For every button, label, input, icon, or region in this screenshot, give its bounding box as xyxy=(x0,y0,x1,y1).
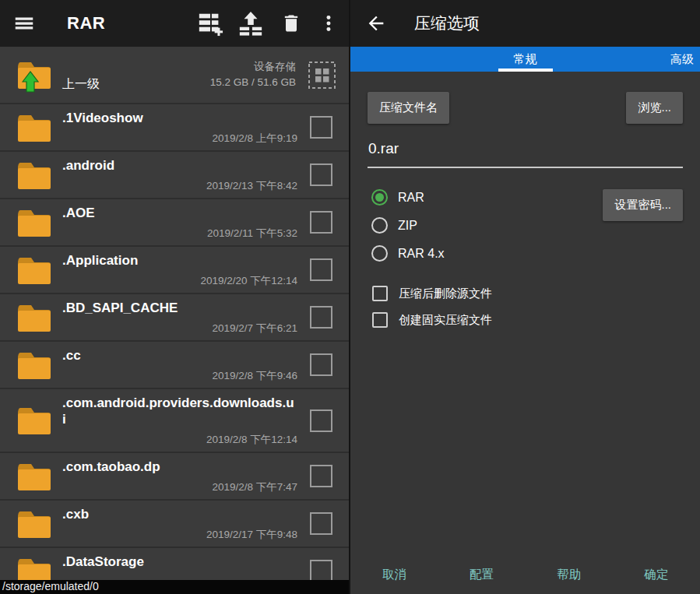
path-bar: /storage/emulated/0 xyxy=(0,580,349,594)
list-item[interactable]: .com.taobao.dp2019/2/8 下午7:47 xyxy=(0,453,349,501)
list-item[interactable]: .1Videoshow2019/2/8 上午9:19 xyxy=(0,104,349,152)
radio-zip-label: ZIP xyxy=(398,219,417,233)
row-checkbox[interactable] xyxy=(310,512,332,535)
list-item-parent[interactable]: 上一级 设备存储 15.2 GB / 51.6 GB xyxy=(0,47,349,104)
parent-folder-up-icon xyxy=(16,59,53,90)
storage-value: 15.2 GB / 51.6 GB xyxy=(210,75,296,90)
folder-icon xyxy=(16,255,53,286)
back-arrow-icon[interactable] xyxy=(358,5,394,41)
file-date: 2019/2/8 上午9:19 xyxy=(62,132,297,146)
help-button[interactable]: 帮助 xyxy=(526,555,613,594)
folder-icon xyxy=(16,302,53,333)
list-item[interactable]: .cxb2019/2/17 下午9:48 xyxy=(0,501,349,548)
select-all-grid-icon[interactable] xyxy=(308,61,336,90)
ok-button[interactable]: 确定 xyxy=(613,555,700,594)
dialog-footer: 取消 配置 帮助 确定 xyxy=(350,555,700,594)
storage-label: 设备存储 xyxy=(210,59,296,75)
radio-zip[interactable]: ZIP xyxy=(368,217,417,234)
file-name: .1Videoshow xyxy=(62,110,297,126)
radio-circle-icon xyxy=(371,245,388,262)
file-date: 2019/2/7 下午6:21 xyxy=(62,322,297,336)
list-item[interactable]: .AOE2019/2/11 下午5:32 xyxy=(0,199,349,247)
file-name: .cxb xyxy=(62,506,297,522)
row-checkbox[interactable] xyxy=(310,560,332,582)
options-group: 压缩后删除源文件 创建固实压缩文件 xyxy=(368,286,683,328)
folder-icon xyxy=(16,207,53,238)
checkbox-delete-source-label: 压缩后删除源文件 xyxy=(399,286,492,301)
tab-advanced[interactable]: 高级 xyxy=(670,47,694,72)
config-button[interactable]: 配置 xyxy=(438,555,525,594)
row-checkbox[interactable] xyxy=(310,211,332,234)
add-archive-icon[interactable] xyxy=(190,5,230,41)
file-date: 2019/2/20 下午12:14 xyxy=(62,274,297,288)
list-item[interactable]: .com.android.providers.downloads.ui2019/… xyxy=(0,389,349,453)
format-group: RAR ZIP RAR 4.x 设置密码... xyxy=(368,189,683,262)
radio-rar4x-label: RAR 4.x xyxy=(398,247,445,261)
file-name: .Application xyxy=(62,252,297,269)
list-item[interactable]: .BD_SAPI_CACHE2019/2/7 下午6:21 xyxy=(0,294,349,342)
file-name: .DataStorage xyxy=(62,554,297,570)
file-date: 2019/2/8 下午12:14 xyxy=(62,433,297,447)
file-list: 上一级 设备存储 15.2 GB / 51.6 GB .1Videoshow20… xyxy=(0,47,349,594)
row-checkbox[interactable] xyxy=(310,409,332,432)
radio-rar[interactable]: RAR xyxy=(368,189,424,206)
browse-button[interactable]: 浏览... xyxy=(626,92,683,124)
folder-icon xyxy=(16,461,53,492)
radio-rar4x[interactable]: RAR 4.x xyxy=(368,245,445,262)
compression-options-dialog: 压缩选项 常规 高级 压缩文件名 浏览... 0.rar RAR xyxy=(350,0,700,594)
checkbox-delete-source[interactable]: 压缩后删除源文件 xyxy=(368,286,492,301)
dialog-toolbar: 压缩选项 xyxy=(350,0,700,47)
tab-advanced-label: 高级 xyxy=(670,52,694,67)
folder-icon xyxy=(16,350,53,381)
file-date: 2019/2/13 下午8:42 xyxy=(62,179,297,193)
toolbar-icons xyxy=(190,5,346,41)
extract-icon[interactable] xyxy=(230,5,271,41)
dialog-title: 压缩选项 xyxy=(414,12,480,34)
file-name: .BD_SAPI_CACHE xyxy=(62,300,297,316)
more-vert-icon[interactable] xyxy=(311,5,346,41)
parent-label: 上一级 xyxy=(62,76,100,93)
row-checkbox[interactable] xyxy=(310,353,332,376)
file-date: 2019/2/11 下午5:32 xyxy=(62,227,297,241)
row-checkbox[interactable] xyxy=(310,258,332,281)
active-tab-underline xyxy=(498,69,553,72)
menu-icon[interactable] xyxy=(6,5,42,41)
file-date: 2019/2/8 下午7:47 xyxy=(62,480,297,494)
dialog-body: 压缩文件名 浏览... 0.rar RAR ZIP RAR 4.x 设置密码..… xyxy=(350,72,700,555)
tab-general-label: 常规 xyxy=(514,52,537,67)
list-item[interactable]: .Application2019/2/20 下午12:14 xyxy=(0,247,349,294)
storage-info: 设备存储 15.2 GB / 51.6 GB xyxy=(210,59,296,91)
file-name: .android xyxy=(62,157,297,174)
folder-icon xyxy=(16,405,53,436)
file-name: .com.taobao.dp xyxy=(62,459,297,475)
cancel-button[interactable]: 取消 xyxy=(350,555,438,594)
row-checkbox[interactable] xyxy=(310,465,332,487)
radio-rar-label: RAR xyxy=(398,191,424,205)
checkbox-icon xyxy=(372,312,388,328)
list-item[interactable]: .cc2019/2/8 下午9:46 xyxy=(0,342,349,389)
folder-icon xyxy=(16,160,53,191)
row-checkbox[interactable] xyxy=(310,306,332,329)
checkbox-solid-archive[interactable]: 创建固实压缩文件 xyxy=(368,312,492,328)
file-date: 2019/2/8 下午9:46 xyxy=(62,369,297,383)
checkbox-solid-archive-label: 创建固实压缩文件 xyxy=(399,313,492,328)
browser-toolbar: RAR xyxy=(0,0,349,47)
checkbox-icon xyxy=(372,286,388,301)
file-browser-pane: RAR xyxy=(0,0,350,594)
set-password-button[interactable]: 设置密码... xyxy=(603,189,683,221)
screen: RAR xyxy=(0,0,700,594)
folder-icon xyxy=(16,508,53,540)
radio-circle-icon xyxy=(371,217,388,234)
trash-icon[interactable] xyxy=(271,5,311,41)
tab-bar: 常规 高级 xyxy=(350,47,700,72)
row-checkbox[interactable] xyxy=(310,163,332,186)
file-name: .com.android.providers.downloads.ui xyxy=(62,395,297,428)
row-checkbox[interactable] xyxy=(310,116,332,139)
folder-icon xyxy=(16,112,53,143)
list-item[interactable]: .android2019/2/13 下午8:42 xyxy=(0,152,349,199)
archive-filename-input[interactable]: 0.rar xyxy=(368,140,683,168)
file-name: .AOE xyxy=(62,205,297,221)
radio-circle-selected-icon xyxy=(371,189,388,206)
archive-name-button[interactable]: 压缩文件名 xyxy=(368,92,449,124)
file-name: .cc xyxy=(62,347,297,364)
